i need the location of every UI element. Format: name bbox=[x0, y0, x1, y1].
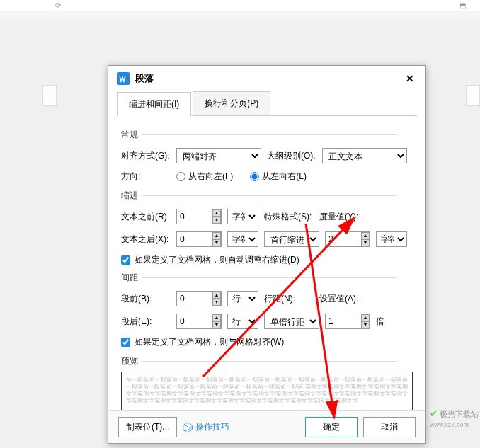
line-spacing-label: 行距(N): bbox=[264, 293, 314, 305]
indent-grid-checkbox[interactable] bbox=[121, 255, 130, 265]
special-select[interactable]: 首行缩进 bbox=[264, 231, 319, 247]
set-value-unit: 倍 bbox=[376, 316, 384, 328]
dialog-title: 段落 bbox=[135, 72, 154, 85]
indent-before-label: 文本之前(R): bbox=[121, 211, 171, 223]
history-icon[interactable]: ⟳ bbox=[55, 1, 61, 9]
outline-label: 大纲级别(O): bbox=[267, 150, 316, 162]
view-icon[interactable]: ⬒ bbox=[459, 1, 466, 9]
space-before-label: 段前(B): bbox=[121, 293, 171, 305]
measure-spinner[interactable]: ▲▼ bbox=[325, 231, 370, 247]
watermark: ✔ 极光下载站 www.xz7.com bbox=[430, 408, 479, 428]
page-corner-left bbox=[42, 85, 57, 106]
special-label: 特殊格式(S): bbox=[264, 211, 314, 223]
line-spacing-select[interactable]: 单倍行距 bbox=[264, 314, 319, 329]
dialog-tabs: 缩进和间距(I) 换行和分页(P) bbox=[117, 91, 417, 116]
rtl-radio[interactable]: 从右向左(F) bbox=[176, 171, 233, 183]
toolbar-bg: ⟳ ⬒ bbox=[0, 0, 480, 11]
tabstops-button[interactable]: 制表位(T)... bbox=[118, 417, 177, 437]
spacing-grid-label: 如果定义了文档网格，则与网格对齐(W) bbox=[135, 336, 284, 348]
watermark-url: www.xz7.com bbox=[430, 421, 469, 428]
indent-after-spinner[interactable]: ▲▼ bbox=[176, 231, 222, 247]
section-general: 常规 bbox=[121, 129, 413, 141]
dialog-footer: 制表位(T)... ▷ 操作技巧 确定 取消 bbox=[108, 410, 425, 443]
set-value-label: 设置值(A): bbox=[319, 293, 369, 305]
measure-label: 度量值(Y): bbox=[319, 211, 369, 223]
tab-indent-spacing[interactable]: 缩进和间距(I) bbox=[117, 92, 191, 116]
watermark-icon: ✔ bbox=[430, 408, 438, 419]
space-after-unit[interactable]: 行 bbox=[227, 314, 258, 329]
paragraph-dialog: 段落 ✕ 缩进和间距(I) 换行和分页(P) 常规 对齐方式(G): 两端对齐 … bbox=[108, 65, 426, 444]
alignment-label: 对齐方式(G): bbox=[121, 150, 171, 162]
dialog-body: 常规 对齐方式(G): 两端对齐 大纲级别(O): 正文文本 方向: 从右向左(… bbox=[108, 116, 425, 432]
dialog-titlebar: 段落 ✕ bbox=[108, 66, 425, 91]
space-before-unit[interactable]: 行 bbox=[227, 291, 258, 306]
outline-select[interactable]: 正文文本 bbox=[322, 148, 407, 163]
tips-link[interactable]: ▷ 操作技巧 bbox=[183, 421, 229, 433]
indent-after-unit[interactable]: 字符 bbox=[227, 231, 258, 247]
set-value-spinner[interactable]: ▲▼ bbox=[325, 314, 370, 329]
preview-title: 预览 bbox=[121, 355, 413, 367]
indent-before-unit[interactable]: 字符 bbox=[227, 209, 258, 224]
spacing-grid-checkbox[interactable] bbox=[121, 338, 130, 347]
indent-before-spinner[interactable]: ▲▼ bbox=[176, 209, 222, 224]
page-corner-right bbox=[466, 85, 480, 106]
alignment-select[interactable]: 两端对齐 bbox=[176, 148, 261, 163]
preview-text: 前一段落前一段落前一段落前一段落前一段落前一段落前一段落前一段落前一段落前一段落… bbox=[126, 377, 408, 405]
space-before-spinner[interactable]: ▲▼ bbox=[176, 291, 222, 306]
space-after-label: 段后(E): bbox=[121, 316, 171, 328]
section-indent: 缩进 bbox=[121, 190, 413, 202]
direction-label: 方向: bbox=[121, 171, 171, 183]
app-icon bbox=[117, 72, 130, 85]
ok-button[interactable]: 确定 bbox=[305, 417, 358, 437]
cancel-button[interactable]: 取消 bbox=[363, 417, 416, 437]
close-icon[interactable]: ✕ bbox=[403, 70, 417, 87]
ltr-radio[interactable]: 从左向右(L) bbox=[250, 171, 307, 183]
section-spacing: 间距 bbox=[121, 272, 413, 284]
tab-line-page[interactable]: 换行和分页(P) bbox=[193, 91, 270, 115]
indent-grid-label: 如果定义了文档网格，则自动调整右缩进(D) bbox=[135, 254, 299, 266]
measure-unit[interactable]: 字符 bbox=[376, 231, 407, 247]
play-icon: ▷ bbox=[183, 423, 193, 432]
indent-after-label: 文本之后(X): bbox=[121, 234, 171, 246]
space-after-spinner[interactable]: ▲▼ bbox=[176, 314, 222, 329]
watermark-name: 极光下载站 bbox=[440, 410, 479, 418]
